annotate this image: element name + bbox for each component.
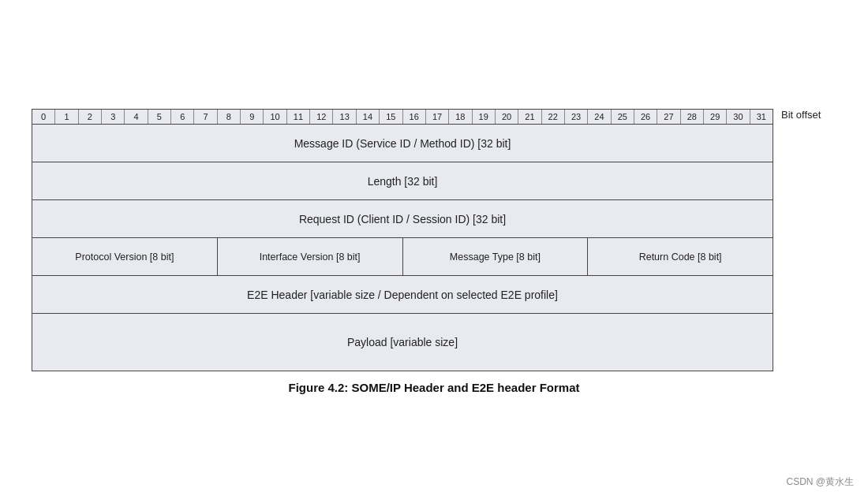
bit-header-row: 0123456789101112131415161718192021222324…: [32, 110, 773, 125]
data-row-0: Message ID (Service ID / Method ID) [32 …: [32, 125, 773, 162]
bit-offset-header: Bit offset: [773, 109, 836, 121]
bit-number-14: 14: [357, 110, 380, 124]
bit-number-30: 30: [727, 110, 750, 124]
bit-offset-label: Bit offset: [781, 109, 821, 121]
bit-number-4: 4: [125, 110, 148, 124]
bit-number-11: 11: [287, 110, 310, 124]
data-row-1: Length [32 bit]: [32, 162, 773, 200]
watermark: CSDN @黄水生: [786, 475, 854, 489]
bit-number-13: 13: [333, 110, 356, 124]
figure-caption: Figure 4.2: SOME/IP Header and E2E heade…: [288, 381, 579, 394]
bit-number-1: 1: [55, 110, 78, 124]
data-row-4: E2E Header [variable size / Dependent on…: [32, 276, 773, 314]
bit-number-9: 9: [241, 110, 264, 124]
row-label-1: Length [32 bit]: [32, 162, 773, 199]
bit-number-16: 16: [403, 110, 426, 124]
bit-number-15: 15: [380, 110, 402, 124]
bit-number-29: 29: [704, 110, 727, 124]
row-label-5: Payload [variable size]: [32, 314, 773, 371]
bit-number-2: 2: [79, 110, 102, 124]
bit-number-7: 7: [194, 110, 217, 124]
quarter-cell-3-0: Protocol Version [8 bit]: [32, 238, 218, 275]
bit-number-25: 25: [612, 110, 634, 124]
bit-number-23: 23: [565, 110, 588, 124]
bit-number-17: 17: [426, 110, 449, 124]
bit-number-26: 26: [634, 110, 657, 124]
quarter-cell-3-3: Return Code [8 bit]: [588, 238, 773, 275]
bit-number-31: 31: [750, 110, 773, 124]
bit-number-6: 6: [171, 110, 194, 124]
bit-number-24: 24: [588, 110, 611, 124]
bit-number-20: 20: [496, 110, 518, 124]
bit-number-21: 21: [518, 110, 541, 124]
bit-number-3: 3: [102, 110, 125, 124]
data-row-3: Protocol Version [8 bit]Interface Versio…: [32, 238, 773, 276]
bit-number-19: 19: [473, 110, 496, 124]
data-row-5: Payload [variable size]: [32, 314, 773, 371]
row-label-0: Message ID (Service ID / Method ID) [32 …: [32, 125, 773, 162]
protocol-table: 0123456789101112131415161718192021222324…: [32, 109, 773, 371]
quarter-cell-3-1: Interface Version [8 bit]: [218, 238, 403, 275]
bit-number-18: 18: [449, 110, 472, 124]
bit-number-5: 5: [148, 110, 171, 124]
bit-number-22: 22: [542, 110, 565, 124]
row-label-4: E2E Header [variable size / Dependent on…: [32, 276, 773, 313]
bit-number-27: 27: [657, 110, 680, 124]
bit-number-10: 10: [264, 110, 286, 124]
diagram-wrapper: 0123456789101112131415161718192021222324…: [32, 109, 836, 394]
bit-number-12: 12: [310, 110, 333, 124]
bit-number-28: 28: [681, 110, 704, 124]
row-label-2: Request ID (Client ID / Session ID) [32 …: [32, 200, 773, 237]
bit-number-8: 8: [218, 110, 241, 124]
data-row-2: Request ID (Client ID / Session ID) [32 …: [32, 200, 773, 238]
bit-number-0: 0: [32, 110, 55, 124]
quarter-cell-3-2: Message Type [8 bit]: [403, 238, 589, 275]
